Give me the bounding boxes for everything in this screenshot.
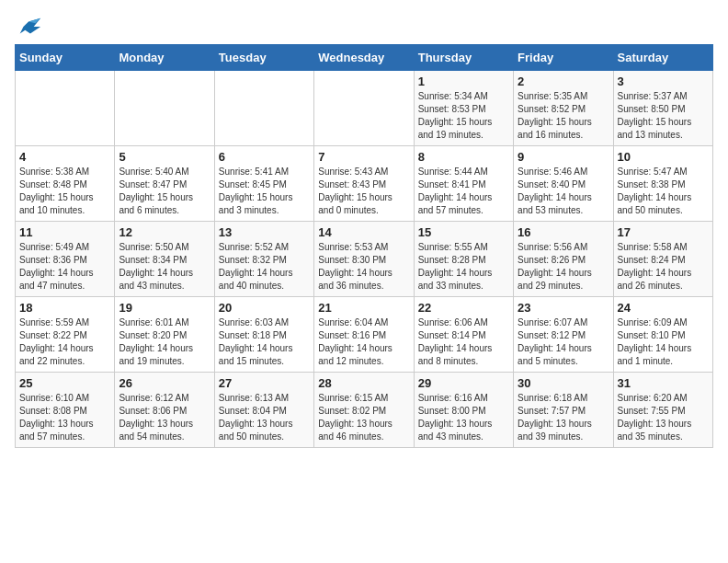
day-cell: 13Sunrise: 5:52 AM Sunset: 8:32 PM Dayli…: [214, 222, 313, 297]
day-info: Sunrise: 5:56 AM Sunset: 8:26 PM Dayligh…: [518, 241, 609, 293]
day-number: 24: [618, 301, 709, 315]
day-cell: 9Sunrise: 5:46 AM Sunset: 8:40 PM Daylig…: [514, 146, 613, 222]
day-cell: 15Sunrise: 5:55 AM Sunset: 8:28 PM Dayli…: [414, 222, 513, 297]
day-cell: 8Sunrise: 5:44 AM Sunset: 8:41 PM Daylig…: [414, 146, 513, 222]
day-number: 16: [518, 225, 609, 239]
day-info: Sunrise: 5:52 AM Sunset: 8:32 PM Dayligh…: [219, 241, 310, 293]
day-cell: 24Sunrise: 6:09 AM Sunset: 8:10 PM Dayli…: [613, 297, 712, 373]
day-cell: 5Sunrise: 5:40 AM Sunset: 8:47 PM Daylig…: [115, 146, 214, 222]
day-info: Sunrise: 5:35 AM Sunset: 8:52 PM Dayligh…: [518, 90, 609, 142]
day-cell: 4Sunrise: 5:38 AM Sunset: 8:48 PM Daylig…: [16, 146, 115, 222]
day-number: 4: [19, 150, 110, 164]
day-cell: [314, 71, 414, 146]
day-info: Sunrise: 6:09 AM Sunset: 8:10 PM Dayligh…: [618, 316, 709, 368]
day-info: Sunrise: 5:46 AM Sunset: 8:40 PM Dayligh…: [518, 166, 609, 217]
header-cell-friday: Friday: [514, 45, 613, 71]
day-info: Sunrise: 5:34 AM Sunset: 8:53 PM Dayligh…: [418, 90, 509, 142]
day-number: 30: [518, 376, 609, 390]
day-number: 18: [19, 301, 110, 315]
day-info: Sunrise: 6:04 AM Sunset: 8:16 PM Dayligh…: [318, 316, 409, 368]
day-number: 25: [19, 376, 110, 390]
day-cell: 14Sunrise: 5:53 AM Sunset: 8:30 PM Dayli…: [314, 222, 414, 297]
day-cell: 10Sunrise: 5:47 AM Sunset: 8:38 PM Dayli…: [613, 146, 712, 222]
day-number: 12: [119, 225, 210, 239]
day-info: Sunrise: 5:50 AM Sunset: 8:34 PM Dayligh…: [119, 241, 210, 293]
day-number: 28: [318, 376, 409, 390]
day-number: 29: [418, 376, 509, 390]
week-row-2: 11Sunrise: 5:49 AM Sunset: 8:36 PM Dayli…: [16, 222, 713, 297]
day-cell: 23Sunrise: 6:07 AM Sunset: 8:12 PM Dayli…: [514, 297, 613, 373]
day-number: 17: [618, 225, 709, 239]
day-number: 10: [618, 150, 709, 164]
day-info: Sunrise: 5:37 AM Sunset: 8:50 PM Dayligh…: [618, 90, 709, 142]
day-info: Sunrise: 5:53 AM Sunset: 8:30 PM Dayligh…: [318, 241, 409, 293]
day-info: Sunrise: 5:47 AM Sunset: 8:38 PM Dayligh…: [618, 166, 709, 217]
day-number: 20: [219, 301, 310, 315]
day-number: 11: [19, 225, 110, 239]
day-number: 26: [119, 376, 210, 390]
header-cell-tuesday: Tuesday: [214, 45, 313, 71]
day-info: Sunrise: 5:38 AM Sunset: 8:48 PM Dayligh…: [19, 166, 110, 217]
day-number: 5: [119, 150, 210, 164]
day-info: Sunrise: 5:41 AM Sunset: 8:45 PM Dayligh…: [219, 166, 310, 217]
day-info: Sunrise: 5:59 AM Sunset: 8:22 PM Dayligh…: [19, 316, 110, 368]
day-number: 19: [119, 301, 210, 315]
day-info: Sunrise: 5:40 AM Sunset: 8:47 PM Dayligh…: [119, 166, 210, 217]
day-info: Sunrise: 6:01 AM Sunset: 8:20 PM Dayligh…: [119, 316, 210, 368]
day-number: 21: [318, 301, 409, 315]
day-info: Sunrise: 6:15 AM Sunset: 8:02 PM Dayligh…: [318, 392, 409, 443]
day-number: 27: [219, 376, 310, 390]
day-cell: [214, 71, 313, 146]
day-cell: 2Sunrise: 5:35 AM Sunset: 8:52 PM Daylig…: [514, 71, 613, 146]
day-info: Sunrise: 6:18 AM Sunset: 7:57 PM Dayligh…: [518, 392, 609, 443]
day-info: Sunrise: 6:20 AM Sunset: 7:55 PM Dayligh…: [618, 392, 709, 443]
day-info: Sunrise: 5:58 AM Sunset: 8:24 PM Dayligh…: [618, 241, 709, 293]
week-row-4: 25Sunrise: 6:10 AM Sunset: 8:08 PM Dayli…: [16, 373, 713, 448]
day-cell: 19Sunrise: 6:01 AM Sunset: 8:20 PM Dayli…: [115, 297, 214, 373]
day-number: 1: [418, 75, 509, 88]
day-number: 9: [518, 150, 609, 164]
day-cell: 1Sunrise: 5:34 AM Sunset: 8:53 PM Daylig…: [414, 71, 513, 146]
calendar-table: SundayMondayTuesdayWednesdayThursdayFrid…: [15, 44, 713, 448]
day-cell: 7Sunrise: 5:43 AM Sunset: 8:43 PM Daylig…: [314, 146, 414, 222]
day-cell: 20Sunrise: 6:03 AM Sunset: 8:18 PM Dayli…: [214, 297, 313, 373]
day-cell: [16, 71, 115, 146]
day-cell: 17Sunrise: 5:58 AM Sunset: 8:24 PM Dayli…: [613, 222, 712, 297]
day-cell: 18Sunrise: 5:59 AM Sunset: 8:22 PM Dayli…: [16, 297, 115, 373]
header-cell-wednesday: Wednesday: [314, 45, 414, 71]
logo-bird-icon: [17, 15, 42, 40]
day-number: 3: [618, 75, 709, 88]
day-info: Sunrise: 6:13 AM Sunset: 8:04 PM Dayligh…: [219, 392, 310, 443]
day-number: 7: [318, 150, 409, 164]
day-cell: 16Sunrise: 5:56 AM Sunset: 8:26 PM Dayli…: [514, 222, 613, 297]
day-info: Sunrise: 6:07 AM Sunset: 8:12 PM Dayligh…: [518, 316, 609, 368]
day-info: Sunrise: 5:43 AM Sunset: 8:43 PM Dayligh…: [318, 166, 409, 217]
day-cell: 11Sunrise: 5:49 AM Sunset: 8:36 PM Dayli…: [16, 222, 115, 297]
day-info: Sunrise: 6:03 AM Sunset: 8:18 PM Dayligh…: [219, 316, 310, 368]
day-info: Sunrise: 6:06 AM Sunset: 8:14 PM Dayligh…: [418, 316, 509, 368]
day-info: Sunrise: 6:12 AM Sunset: 8:06 PM Dayligh…: [119, 392, 210, 443]
day-number: 14: [318, 225, 409, 239]
day-info: Sunrise: 5:44 AM Sunset: 8:41 PM Dayligh…: [418, 166, 509, 217]
day-cell: 31Sunrise: 6:20 AM Sunset: 7:55 PM Dayli…: [613, 373, 712, 448]
day-cell: 28Sunrise: 6:15 AM Sunset: 8:02 PM Dayli…: [314, 373, 414, 448]
week-row-1: 4Sunrise: 5:38 AM Sunset: 8:48 PM Daylig…: [16, 146, 713, 222]
week-row-3: 18Sunrise: 5:59 AM Sunset: 8:22 PM Dayli…: [16, 297, 713, 373]
day-number: 23: [518, 301, 609, 315]
day-cell: 26Sunrise: 6:12 AM Sunset: 8:06 PM Dayli…: [115, 373, 214, 448]
day-cell: 12Sunrise: 5:50 AM Sunset: 8:34 PM Dayli…: [115, 222, 214, 297]
day-cell: 25Sunrise: 6:10 AM Sunset: 8:08 PM Dayli…: [16, 373, 115, 448]
day-number: 22: [418, 301, 509, 315]
day-info: Sunrise: 5:55 AM Sunset: 8:28 PM Dayligh…: [418, 241, 509, 293]
day-number: 6: [219, 150, 310, 164]
header-row: SundayMondayTuesdayWednesdayThursdayFrid…: [16, 45, 713, 71]
header-cell-monday: Monday: [115, 45, 214, 71]
header: [15, 15, 713, 37]
header-cell-thursday: Thursday: [414, 45, 513, 71]
day-cell: [115, 71, 214, 146]
day-number: 8: [418, 150, 509, 164]
day-cell: 29Sunrise: 6:16 AM Sunset: 8:00 PM Dayli…: [414, 373, 513, 448]
day-info: Sunrise: 5:49 AM Sunset: 8:36 PM Dayligh…: [19, 241, 110, 293]
day-info: Sunrise: 6:10 AM Sunset: 8:08 PM Dayligh…: [19, 392, 110, 443]
day-cell: 30Sunrise: 6:18 AM Sunset: 7:57 PM Dayli…: [514, 373, 613, 448]
